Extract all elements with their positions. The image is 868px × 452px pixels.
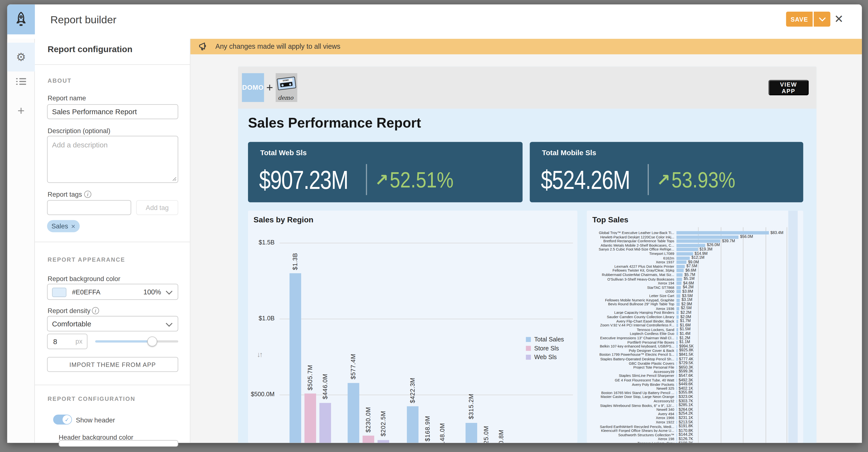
resize-handle[interactable] (172, 177, 177, 181)
legend-item[interactable]: Web Sls (526, 354, 557, 360)
product-bar[interactable] (676, 383, 677, 386)
product-bar[interactable] (676, 429, 677, 432)
rail-item-add[interactable]: + (7, 103, 35, 119)
product-bar[interactable] (676, 387, 677, 390)
product-bar[interactable] (676, 442, 677, 443)
bar-total-sales[interactable] (465, 423, 477, 443)
product-label: Project Tote Personal File (587, 365, 674, 369)
product-bar[interactable] (676, 374, 677, 378)
product-bar[interactable] (676, 353, 677, 357)
product-bar[interactable] (676, 349, 677, 352)
density-select[interactable]: Comfortable (47, 316, 178, 332)
product-bar[interactable] (676, 299, 680, 302)
product-bar[interactable] (676, 328, 678, 332)
legend-item[interactable]: Total Sales (526, 336, 564, 342)
product-bar[interactable] (676, 315, 679, 319)
tag-remove-icon[interactable]: ✕ (71, 223, 75, 229)
product-bar[interactable] (676, 261, 686, 264)
tag-chip-sales[interactable]: Sales ✕ (47, 220, 80, 232)
bar-total-sales[interactable] (347, 383, 359, 443)
product-label: GE 4 Foot Flourescent Tube, 40 Watt (587, 378, 674, 382)
description-label: Description (optional) (48, 127, 111, 135)
report-name-input[interactable]: Sales Performance Report (47, 104, 178, 119)
product-bar[interactable] (676, 235, 738, 238)
description-textarea[interactable]: Add a description (47, 136, 178, 183)
product-bar[interactable] (676, 408, 677, 412)
product-bar[interactable] (676, 252, 693, 256)
product-bar[interactable] (676, 319, 678, 323)
product-bar[interactable] (676, 273, 683, 277)
product-value-label: $841.5K (679, 352, 693, 356)
product-bar[interactable] (676, 416, 677, 420)
rail-item-settings[interactable]: ⚙ (7, 43, 35, 72)
trend-up-icon: ↗ (657, 170, 671, 189)
product-bar[interactable] (676, 294, 680, 298)
product-label: Master Caster Door Stop, Large Neon Oran… (587, 395, 674, 399)
product-value-label: $925.8K (679, 348, 693, 352)
product-bar[interactable] (676, 400, 677, 403)
product-label: Letter Size Cart (587, 294, 674, 298)
product-bar[interactable] (676, 311, 679, 314)
view-app-button[interactable]: VIEW APP (769, 80, 809, 95)
tag-input[interactable] (47, 200, 131, 215)
product-bar[interactable] (676, 433, 677, 437)
product-bar[interactable] (676, 303, 680, 306)
product-bar[interactable] (676, 269, 684, 272)
product-bar[interactable] (676, 378, 677, 382)
product-bar[interactable] (676, 370, 677, 373)
product-bar[interactable] (676, 336, 678, 340)
legend-item[interactable]: Store Sls (526, 345, 559, 351)
product-bar[interactable] (676, 282, 682, 285)
product-bar[interactable] (676, 425, 677, 428)
product-bar[interactable] (676, 345, 678, 348)
add-tag-button[interactable]: Add tag (136, 200, 178, 215)
product-bar[interactable] (676, 324, 678, 327)
product-label: Boston 1799 Powerhouse™ Electric Pencil … (587, 353, 674, 357)
density-info-icon[interactable]: i (92, 307, 99, 314)
product-bar[interactable] (676, 256, 690, 260)
product-bar[interactable] (676, 290, 681, 293)
product-bar[interactable] (676, 395, 677, 399)
product-bar[interactable] (676, 265, 685, 268)
product-bar[interactable] (676, 307, 679, 310)
bar-total-sales[interactable] (407, 406, 418, 443)
product-bar[interactable] (676, 248, 698, 251)
product-value-label: $5.7M (684, 272, 695, 276)
save-options-button[interactable] (814, 12, 831, 27)
product-label: Staples SlimLine Pencil Sharpener (587, 374, 674, 377)
bar-store-sls[interactable] (304, 394, 316, 443)
import-theme-button[interactable]: IMPORT THEME FROM APP (47, 357, 178, 372)
product-bar[interactable] (676, 366, 677, 369)
density-px-input[interactable]: 8 px (47, 334, 87, 349)
product-bar[interactable] (676, 404, 677, 407)
product-bar[interactable] (676, 412, 677, 416)
close-icon[interactable]: ✕ (834, 13, 843, 25)
product-bar[interactable] (676, 239, 720, 243)
header-bg-color-picker[interactable] (59, 440, 178, 447)
color-swatch[interactable] (52, 288, 66, 297)
show-header-toggle[interactable]: ✓ (53, 415, 72, 425)
tags-info-icon[interactable]: i (84, 191, 91, 198)
chart-scrollbar[interactable] (788, 211, 798, 443)
sort-icon[interactable]: ↓↑ (257, 350, 262, 359)
bg-color-picker[interactable]: #E0EFFA 100% (47, 284, 178, 300)
save-button[interactable]: SAVE (786, 12, 813, 27)
product-bar[interactable] (676, 358, 677, 361)
product-bar[interactable] (676, 231, 769, 234)
product-bar[interactable] (676, 244, 705, 247)
product-bar[interactable] (676, 421, 677, 424)
product-bar[interactable] (676, 341, 678, 344)
product-bar[interactable] (676, 286, 681, 289)
bar-total-sales[interactable] (289, 273, 301, 443)
product-bar[interactable] (676, 277, 682, 281)
product-bar[interactable] (676, 362, 677, 365)
bar-web-sls[interactable] (378, 440, 389, 443)
legend-label: Store Sls (534, 345, 559, 351)
product-bar[interactable] (676, 332, 678, 336)
product-bar[interactable] (676, 437, 677, 441)
rail-item-views[interactable] (7, 74, 35, 88)
product-bar[interactable] (676, 391, 677, 395)
density-slider-handle[interactable] (147, 336, 157, 346)
bar-web-sls[interactable] (319, 403, 331, 443)
bar-store-sls[interactable] (363, 435, 374, 443)
